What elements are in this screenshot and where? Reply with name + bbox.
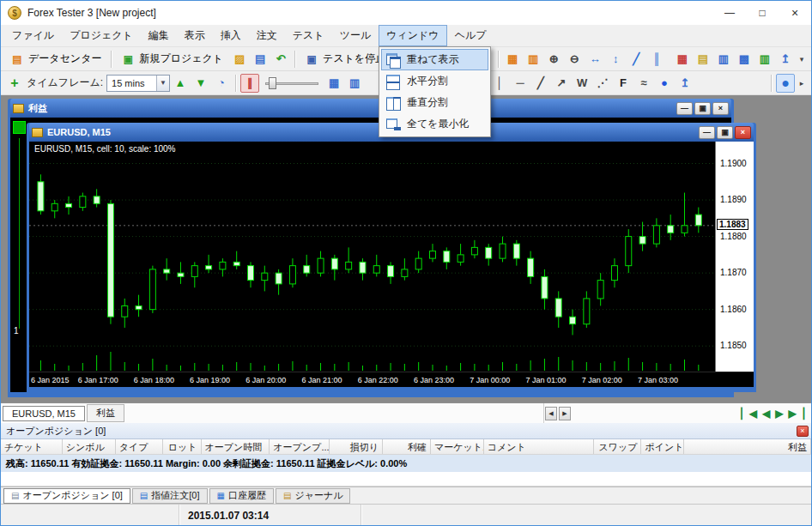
column-header[interactable]: オープン時間 bbox=[202, 439, 270, 454]
menu-item[interactable]: テスト bbox=[285, 25, 332, 46]
auto-scroll-icon[interactable]: ▥ bbox=[524, 50, 542, 69]
close-button[interactable]: × bbox=[779, 1, 811, 25]
zoom-in-icon[interactable]: ⊕ bbox=[544, 50, 563, 69]
column-header[interactable]: タイプ bbox=[116, 439, 163, 454]
pause-icon[interactable]: ∥ bbox=[240, 74, 259, 93]
tick-chart-icon[interactable]: ▥ bbox=[755, 50, 774, 69]
close-button[interactable]: × bbox=[712, 102, 729, 115]
tab-pending-orders[interactable]: ▤ 指値注文[0] bbox=[132, 488, 208, 504]
column-header[interactable]: オープンプ... bbox=[270, 439, 330, 454]
column-header[interactable]: 利確 bbox=[383, 439, 431, 454]
tab-open-positions[interactable]: ▤ オープンポジション [0] bbox=[3, 488, 130, 504]
calculator-icon[interactable]: ▥ bbox=[714, 50, 733, 69]
copy-icon[interactable]: ▤ bbox=[251, 50, 270, 69]
column-header[interactable]: シンボル bbox=[63, 439, 116, 454]
menu-item[interactable]: ウィンドウ bbox=[379, 25, 446, 46]
chart-body[interactable]: EURUSD, M15, cell: 10, scale: 100% 1.190… bbox=[29, 142, 754, 387]
zoom-horizontal-icon[interactable]: ↔ bbox=[585, 50, 604, 69]
new-chart-icon[interactable]: + bbox=[5, 74, 24, 93]
line-chart-icon[interactable]: ╱ bbox=[627, 50, 645, 69]
data-window-icon[interactable]: ▦ bbox=[503, 50, 522, 69]
share-icon[interactable]: ↥ bbox=[676, 74, 694, 93]
toolbar-overflow-icon[interactable]: ▾ bbox=[796, 55, 808, 63]
close-button[interactable]: × bbox=[735, 126, 751, 139]
chart-tab-eurusd[interactable]: EURUSD, M15 bbox=[3, 406, 85, 421]
horizontal-line-icon[interactable]: ─ bbox=[511, 74, 530, 93]
profit-window-titlebar[interactable]: 利益 — ▣ × bbox=[10, 99, 731, 118]
menu-item[interactable]: 注文 bbox=[249, 25, 285, 46]
column-header[interactable]: ポイント bbox=[641, 439, 684, 454]
stop-test-button[interactable]: ▣ テストを停止 bbox=[299, 49, 391, 69]
patterns-icon[interactable]: ≈ bbox=[634, 74, 653, 93]
menu-item[interactable]: 編集 bbox=[141, 25, 177, 46]
nav-prev-button[interactable]: ◀ bbox=[762, 408, 770, 420]
fibonacci-icon[interactable]: F bbox=[614, 74, 633, 93]
menu-item[interactable]: 挿入 bbox=[213, 25, 249, 46]
new-project-button[interactable]: ▣ 新規プロジェクト bbox=[115, 49, 229, 69]
notes-icon[interactable]: ▤ bbox=[694, 50, 712, 69]
trend-line-icon[interactable]: ╱ bbox=[531, 74, 550, 93]
minimize-button[interactable]: — bbox=[713, 1, 746, 25]
time-tick: 6 Jan 2015 bbox=[31, 376, 70, 384]
restore-button[interactable]: ▣ bbox=[717, 126, 733, 139]
sync-chart-icon[interactable]: ● bbox=[776, 74, 795, 93]
menu-item[interactable]: ヘルプ bbox=[447, 25, 494, 46]
maximize-button[interactable]: □ bbox=[746, 1, 779, 25]
chart-window[interactable]: EURUSD, M15 — ▣ × EURUSD, M15, cell: 10,… bbox=[27, 123, 756, 392]
time-axis[interactable]: 6 Jan 20156 Jan 17:006 Jan 18:006 Jan 19… bbox=[29, 372, 754, 387]
vertical-line-icon[interactable]: │ bbox=[490, 74, 509, 93]
grid-toggle-icon[interactable]: ▦ bbox=[324, 74, 343, 93]
price-axis[interactable]: 1.19001.18901.18801.18701.18601.18501.18… bbox=[715, 142, 754, 372]
tab-journal[interactable]: ▤ ジャーナル bbox=[276, 488, 350, 504]
column-header[interactable]: ロット bbox=[163, 439, 202, 454]
open-project-icon[interactable]: ▨ bbox=[230, 50, 249, 69]
export-icon[interactable]: ↥ bbox=[776, 50, 795, 69]
chart-tab-profit[interactable]: 利益 bbox=[87, 404, 124, 422]
restore-button[interactable]: ▣ bbox=[694, 102, 711, 115]
clock-icon[interactable]: ◔ bbox=[212, 74, 231, 93]
nav-next-button[interactable]: ▶ bbox=[775, 408, 783, 420]
snap-toggle-icon[interactable]: ▥ bbox=[345, 74, 364, 93]
column-header[interactable]: スワップ bbox=[594, 439, 642, 454]
slider-handle[interactable] bbox=[269, 77, 276, 89]
column-header[interactable]: 利益 bbox=[684, 439, 811, 454]
tab-account-history[interactable]: ▦ 口座履歴 bbox=[209, 488, 274, 504]
tab-scroll-left-button[interactable]: ◀ bbox=[545, 407, 557, 420]
jump-up-icon[interactable]: ▲ bbox=[171, 74, 190, 93]
minimize-button[interactable]: — bbox=[699, 126, 715, 139]
timeframe-select[interactable]: 15 mins ▼ bbox=[106, 75, 170, 92]
menu-option[interactable]: 重ねて表示 bbox=[381, 49, 488, 70]
close-panel-button[interactable]: × bbox=[797, 426, 809, 437]
zoom-vertical-icon[interactable]: ↕ bbox=[606, 50, 625, 69]
column-header[interactable]: マーケット... bbox=[431, 439, 484, 454]
nav-last-button[interactable]: ▶▕ bbox=[789, 408, 804, 420]
menu-item[interactable]: 表示 bbox=[177, 25, 213, 46]
ray-icon[interactable]: ↗ bbox=[552, 74, 571, 93]
column-header[interactable]: チケット bbox=[1, 439, 63, 454]
menu-option[interactable]: 水平分割 bbox=[381, 70, 488, 92]
nav-first-button[interactable]: ▏◀ bbox=[742, 408, 757, 420]
toolbar-overflow-icon[interactable]: ▸ bbox=[796, 79, 808, 88]
minimize-button[interactable]: — bbox=[676, 102, 693, 115]
data-center-button[interactable]: ▤ データセンター bbox=[4, 49, 107, 69]
undo-icon[interactable]: ↶ bbox=[271, 50, 290, 69]
hatch-icon[interactable]: ⋰ bbox=[593, 74, 612, 93]
menu-item[interactable]: ファイル bbox=[4, 25, 62, 46]
color-picker-icon[interactable]: ● bbox=[655, 74, 674, 93]
menu-item[interactable]: ツール bbox=[332, 25, 379, 46]
candlestick-plot[interactable] bbox=[29, 142, 715, 372]
market-depth-icon[interactable]: ▩ bbox=[735, 50, 754, 69]
column-header[interactable]: 損切り bbox=[330, 439, 383, 454]
chevron-down-icon[interactable]: ▼ bbox=[156, 76, 169, 91]
jump-down-icon[interactable]: ▼ bbox=[191, 74, 210, 93]
column-header[interactable]: コメント bbox=[484, 439, 594, 454]
tab-scroll-right-button[interactable]: ▶ bbox=[559, 407, 571, 420]
menu-item[interactable]: プロジェクト bbox=[62, 25, 141, 46]
menu-option[interactable]: 全てを最小化 bbox=[381, 113, 488, 135]
wave-icon[interactable]: W bbox=[573, 74, 591, 93]
new-order-icon[interactable]: ▦ bbox=[673, 50, 692, 69]
zoom-out-icon[interactable]: ⊖ bbox=[565, 50, 584, 69]
candle-chart-icon[interactable]: ║ bbox=[647, 50, 666, 69]
test-speed-slider[interactable] bbox=[265, 76, 318, 91]
menu-option[interactable]: 垂直分割 bbox=[381, 92, 488, 113]
